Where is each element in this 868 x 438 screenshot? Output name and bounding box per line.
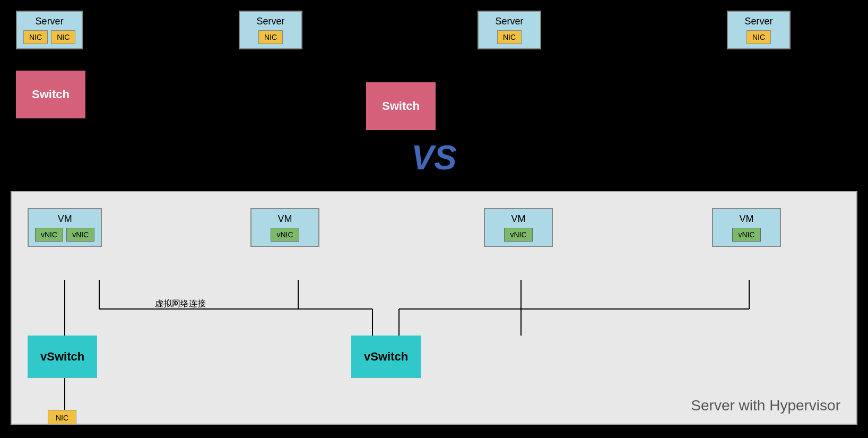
- top-section: Server NIC NIC Switch Server NIC Server …: [0, 0, 868, 191]
- connection-label: 虚拟网络连接: [155, 298, 206, 310]
- bottom-section: VM vNIC vNIC VM vNIC VM vNIC VM v: [11, 191, 857, 425]
- vswitch-1: vSwitch: [28, 336, 97, 378]
- nic-1-2: NIC: [51, 30, 75, 44]
- vnic-3-1: vNIC: [504, 228, 532, 242]
- server-3-label: Server: [495, 16, 523, 27]
- nic-4-1: NIC: [747, 30, 771, 44]
- switch-2: Switch: [366, 82, 436, 130]
- vs-text: VS: [411, 138, 456, 177]
- vm-3: VM vNIC: [484, 208, 553, 247]
- server-4: Server NIC: [727, 11, 791, 49]
- nic-2-1: NIC: [258, 30, 283, 44]
- vm-2: VM vNIC: [250, 208, 319, 247]
- vm-4-label: VM: [740, 213, 754, 225]
- vm-3-label: VM: [511, 213, 526, 225]
- vnic-4-1: vNIC: [732, 228, 760, 242]
- server-3: Server NIC: [478, 11, 541, 49]
- vnic-1-2: vNIC: [66, 228, 94, 242]
- nic-bottom: NIC: [48, 410, 76, 425]
- hypervisor-label: Server with Hypervisor: [691, 397, 840, 414]
- vswitch-2: vSwitch: [351, 336, 421, 378]
- switch-1: Switch: [16, 71, 85, 118]
- server-1-label: Server: [36, 16, 64, 27]
- vm-4: VM vNIC: [712, 208, 781, 247]
- vnic-2-1: vNIC: [271, 228, 299, 242]
- server-2: Server NIC: [239, 11, 302, 49]
- vm-2-label: VM: [278, 213, 292, 225]
- server-1: Server NIC NIC Switch: [16, 11, 85, 118]
- server-2-label: Server: [256, 16, 284, 27]
- vm-1-label: VM: [58, 213, 72, 225]
- server-4-label: Server: [744, 16, 772, 27]
- vnic-1-1: vNIC: [35, 228, 63, 242]
- nic-3-1: NIC: [497, 30, 522, 44]
- vm-1: VM vNIC vNIC: [28, 208, 102, 247]
- nic-1-1: NIC: [23, 30, 48, 44]
